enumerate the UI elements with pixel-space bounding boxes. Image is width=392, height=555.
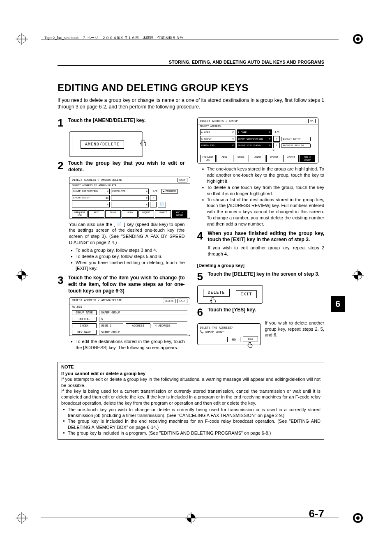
right-column: DIRECT ADDRESS / GROUP OK SELECT ADDRESS… [197,114,325,351]
field-value: S [99,317,187,322]
filter-tab[interactable]: JKLMN [250,155,265,162]
filter-tab[interactable]: JKLMN [122,210,137,218]
direct-entry-button[interactable]: DIRECT ENTRY [281,137,311,141]
registration-mark-icon [16,269,28,281]
field-label[interactable]: INITIAL [72,317,97,322]
filter-tab[interactable]: FREQUENT USE [200,155,216,162]
registration-mark-icon [16,33,28,45]
filter-tab[interactable]: ABCD [88,210,104,218]
page-indicator: 1/2 [150,190,160,193]
phone-icon [107,203,108,206]
address-cell-selected[interactable]: CORPO.TPS [200,143,235,148]
step-number: 5 [197,271,205,282]
figure-delete-exit: DELETE EXIT [197,285,263,304]
field-value: 4 ADDRESS [153,323,177,328]
registration-mark-icon [352,512,364,524]
step-title: When you have finished editing the group… [208,230,325,243]
address-cell-selected[interactable]: 0666211221/3456/ [237,143,272,148]
scroll-down-button[interactable]: ↓ [273,143,280,148]
source-header: Tiger2_fax_sec.book ７ ページ ２００４年９月１６日 木曜日… [44,35,183,41]
hand-pointer-icon [138,139,148,149]
scroll-down-button[interactable]: ↓ [150,202,157,207]
address-cell[interactable] [111,202,149,207]
note-paragraph: If the key is being used for a current t… [61,388,321,406]
filter-tab[interactable]: ABCD [217,155,232,162]
registration-mark-icon [185,512,197,524]
sub-heading: [Deleting a group key] [197,263,325,268]
bullet: To edit a group key, follow steps 3 and … [71,247,185,253]
panel-title: DIRECT ADDRESS / AMEND/DELETE [72,299,122,303]
address-review-button[interactable]: ADDRESS REVIEW [281,143,311,148]
note-subheading: If you cannot edit or delete a group key [61,371,321,376]
scroll-up-button[interactable]: ↑ [273,136,280,142]
address-cell[interactable] [111,195,149,201]
exit-button[interactable]: EXIT [178,299,187,303]
registration-mark-icon [16,512,28,524]
ok-button[interactable]: OK [308,119,315,123]
left-column: 1 Touch the [AMEND/DELETE] key. AMEND/DE… [58,114,185,351]
filter-tab[interactable]: UVWXYZ [283,155,299,162]
page: Tiger2_fax_sec.book ７ ページ ２００４年９月１６日 木曜日… [0,0,392,555]
address-cell[interactable]: SHARP CORPORATION [72,189,110,194]
intro-text: If you need to delete a group key or cha… [58,97,324,110]
filter-tab[interactable]: UVWXYZ [155,210,171,218]
field-label[interactable]: KEY NAME [72,330,97,335]
bullet: To delete a group key, follow steps 5 an… [71,253,185,260]
phone-icon [146,196,148,200]
amend-delete-button[interactable]: AMEND/DELETE [81,140,124,149]
figure-group-select: DIRECT ADDRESS / GROUP OK SELECT ADDRESS… [197,117,318,164]
address-cell-selected[interactable]: SHARP CORPORATION [237,136,272,142]
bullet: To edit the destinations stored in the g… [71,339,185,351]
step-2: 2 Touch the group key that you wish to e… [58,160,185,173]
note-bullet: The one-touch key you wish to change or … [63,407,321,419]
address-cell[interactable]: SHARP GROUP [72,195,110,201]
hand-pointer-icon [209,297,217,306]
panel-title: DIRECT ADDRESS / AMEND/DELETE [72,178,122,182]
filter-tab[interactable]: EFGHI [233,155,249,162]
note-paragraph: If you attempt to edit or delete a group… [61,376,321,388]
step-number: 4 [197,230,205,243]
step-4: 4 When you have finished editing the gro… [197,230,325,243]
address-cell[interactable] [72,202,110,207]
registration-mark-icon [352,33,364,45]
note-bullet: The group key is included in the end rec… [63,418,321,430]
address-cell-selected[interactable]: B CORP. [237,129,272,135]
no-button[interactable]: NO [227,337,240,342]
filter-tab[interactable]: OPQRST [266,155,282,162]
phone-icon [269,144,270,147]
field-label[interactable]: INDEX [72,323,97,328]
speed-dial-icon[interactable]: 📄 [158,202,166,207]
address-cell[interactable]: CORPO.TPS [111,189,149,194]
field-label[interactable]: ADDRESS [126,323,150,328]
step-body: If you wish to edit another group key, r… [208,245,325,257]
step-number: 6 [197,307,205,318]
phone-icon [146,203,148,206]
filter-tab[interactable]: ABC ⇄ GROUP [300,155,315,162]
bullet: The one-touch keys stored in the group a… [202,166,325,184]
exit-button[interactable]: EXIT [178,178,187,182]
filter-tab[interactable]: EFGHI [105,210,121,218]
delete-button[interactable]: DELETE [163,299,176,303]
yes-button[interactable]: YES [243,336,258,341]
page-indicator: 1/1 [273,131,281,134]
hand-pointer-icon [246,342,254,348]
content-area: STORING, EDITING, AND DELETING AUTO DIAL… [58,60,324,502]
page-number: 6-7 [309,507,324,520]
confirm-question: DELETE THE ADDRESS? [200,326,258,329]
program-button[interactable]: ▶PROGRAM [161,189,178,194]
field-label[interactable]: GROUP NAME [72,310,97,315]
scroll-up-button[interactable]: ↑ [150,195,157,201]
filter-tab[interactable]: ABC ⇄ GROUP [172,210,187,218]
address-cell[interactable]: C GROUP [200,136,235,142]
figure-confirm: DELETE THE ADDRESS? 📞 SHARP GROUP NO YES [197,323,261,345]
phone-icon [269,131,270,134]
panel-title: DIRECT ADDRESS / GROUP [200,120,238,123]
exit-button[interactable]: EXIT [236,290,256,298]
address-cell[interactable]: A CORP. [200,129,235,135]
filter-tab[interactable]: OPQRST [138,210,154,218]
crop-line [41,518,339,518]
filter-tab[interactable]: FREQUENT USE [72,210,88,218]
delete-button[interactable]: DELETE [203,289,229,297]
step-title: Touch the [AMEND/DELETE] key. [68,117,145,128]
step-body: You can also use the [ 📄 ] key (speed di… [69,221,185,246]
